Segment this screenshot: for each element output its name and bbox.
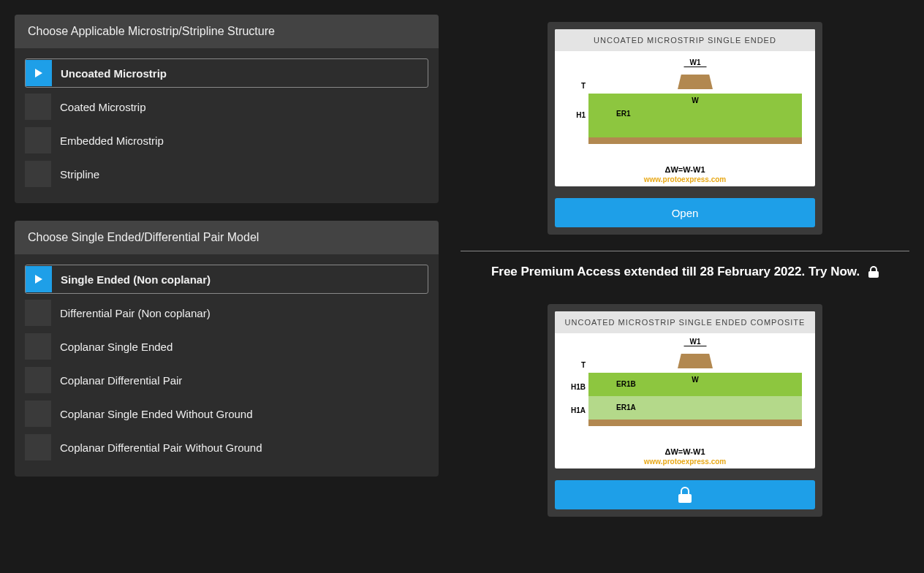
diagram-card-2: UNCOATED MICROSTRIP SINGLE ENDED COMPOSI… <box>548 304 822 517</box>
er1-label: ER1 <box>616 110 630 118</box>
divider <box>461 251 909 251</box>
er1b-label: ER1B <box>616 380 636 388</box>
promo-banner[interactable]: Free Premium Access extended till 28 Feb… <box>491 265 879 279</box>
h1-label: H1 <box>568 111 586 119</box>
locked-button[interactable] <box>555 480 815 509</box>
arrow-icon <box>26 266 52 292</box>
lock-icon <box>868 266 879 278</box>
option-box-icon <box>25 127 51 153</box>
delta-w-label: ΔW=W-W1 <box>555 165 815 174</box>
option-box-icon <box>25 434 51 460</box>
option-coplanar-diff[interactable]: Coplanar Differential Pair <box>25 365 428 395</box>
option-coplanar-single[interactable]: Coplanar Single Ended <box>25 332 428 361</box>
w-label: W <box>692 376 698 384</box>
option-box-icon <box>25 401 51 427</box>
t-label: T <box>568 361 586 369</box>
lock-icon <box>678 487 692 503</box>
structure-panel-title: Choose Applicable Microstrip/Stripline S… <box>15 15 439 48</box>
option-embedded-microstrip[interactable]: Embedded Microstrip <box>25 126 428 155</box>
option-box-icon <box>25 94 51 120</box>
diagram-2-title: UNCOATED MICROSTRIP SINGLE ENDED COMPOSI… <box>555 311 815 333</box>
option-diff-pair[interactable]: Differential Pair (Non coplanar) <box>25 298 428 327</box>
w1-label: W1 <box>684 338 707 346</box>
h1a-label: H1A <box>568 406 586 414</box>
open-button[interactable]: Open <box>555 198 815 227</box>
option-box-icon <box>25 367 51 393</box>
trace-shape <box>678 75 713 89</box>
promo-text: Free Premium Access extended till 28 Feb… <box>491 265 860 279</box>
option-single-ended[interactable]: Single Ended (Non coplanar) <box>25 265 428 294</box>
option-coplanar-single-no-gnd[interactable]: Coplanar Single Ended Without Ground <box>25 399 428 428</box>
delta-w-label: ΔW=W-W1 <box>555 447 815 456</box>
h1b-label: H1B <box>568 383 586 391</box>
t-label: T <box>568 82 586 90</box>
option-coplanar-diff-no-gnd[interactable]: Coplanar Differential Pair Without Groun… <box>25 433 428 462</box>
option-stripline[interactable]: Stripline <box>25 159 428 189</box>
option-uncoated-microstrip[interactable]: Uncoated Microstrip <box>25 58 428 88</box>
diagram-2: UNCOATED MICROSTRIP SINGLE ENDED COMPOSI… <box>555 311 815 468</box>
structure-panel: Choose Applicable Microstrip/Stripline S… <box>15 15 439 203</box>
w1-label: W1 <box>684 58 707 67</box>
er1a-label: ER1A <box>616 403 636 411</box>
model-panel: Choose Single Ended/Differential Pair Mo… <box>15 221 439 477</box>
w-label: W <box>692 96 698 105</box>
option-coated-microstrip[interactable]: Coated Microstrip <box>25 92 428 121</box>
diagram-1: UNCOATED MICROSTRIP SINGLE ENDED T H1 W1… <box>555 29 815 186</box>
diagram-card-1: UNCOATED MICROSTRIP SINGLE ENDED T H1 W1… <box>548 22 822 235</box>
website-label: www.protoexpress.com <box>555 458 815 466</box>
model-panel-title: Choose Single Ended/Differential Pair Mo… <box>15 221 439 254</box>
option-box-icon <box>25 300 51 326</box>
website-label: www.protoexpress.com <box>555 175 815 183</box>
trace-shape <box>678 354 713 368</box>
arrow-icon <box>26 60 52 86</box>
option-box-icon <box>25 161 51 187</box>
option-box-icon <box>25 333 51 360</box>
diagram-1-title: UNCOATED MICROSTRIP SINGLE ENDED <box>555 29 815 51</box>
